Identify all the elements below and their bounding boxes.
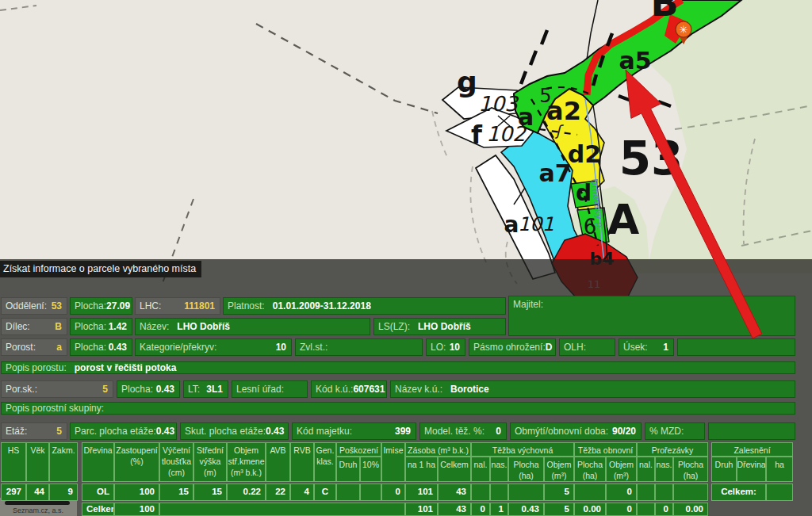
map-attribution: Seznam.cz, a.s. (0, 498, 77, 516)
app-window: ✳ B53Ag103f102a5a5a2d2a7d6a101b411Drhovs… (0, 0, 812, 516)
map-scalebar (5, 501, 70, 505)
map-attribution-text: Seznam.cz, a.s. (13, 506, 63, 514)
svg-text:✳: ✳ (680, 24, 688, 36)
info-panel-backdrop (0, 259, 812, 516)
stand-d-green (571, 181, 599, 208)
map-tooltip: Získat informace o parcele vybraného mís… (0, 261, 201, 277)
